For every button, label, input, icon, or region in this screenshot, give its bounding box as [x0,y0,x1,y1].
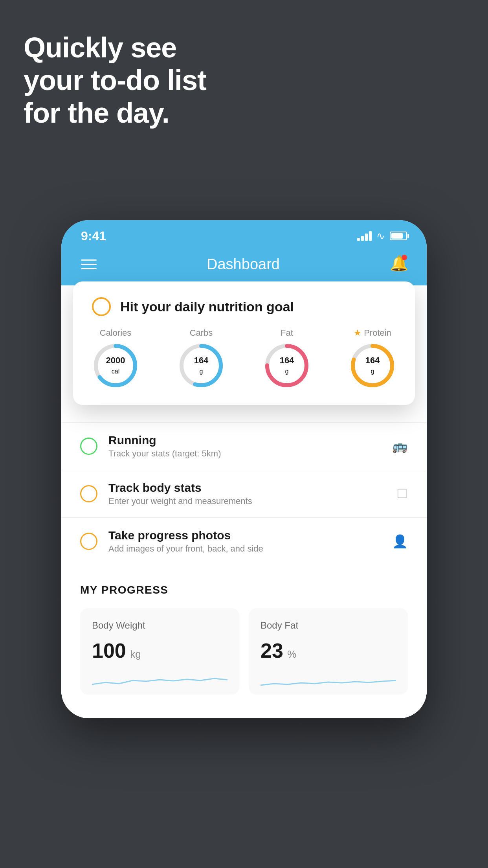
protein-value: 164 g [365,355,380,376]
body-stats-checkbox[interactable] [80,485,97,502]
todo-item-running[interactable]: Running Track your stats (target: 5km) 🚌 [61,422,427,470]
star-icon: ★ [354,328,361,338]
phone-content: THINGS TO DO TODAY Hit your daily nutrit… [61,285,427,718]
body-stats-title: Track body stats [108,481,385,495]
body-weight-value: 100 [92,639,126,662]
body-weight-unit: kg [130,648,141,660]
todo-list: Running Track your stats (target: 5km) 🚌… [61,422,427,565]
body-weight-label: Body Weight [92,620,227,631]
hero-text: Quickly see your to-do list for the day. [24,31,206,129]
calories-label: Calories [100,328,132,338]
photos-title: Take progress photos [108,529,381,542]
body-fat-value: 23 [261,639,283,662]
progress-section: MY PROGRESS Body Weight 100 kg Body [61,565,427,695]
body-weight-sparkline [92,669,227,688]
nutrition-items-row: Calories 2000 cal Carbs [92,328,396,389]
person-icon: 👤 [392,534,408,549]
running-shoe-icon: 🚌 [392,439,408,454]
status-bar: 9:41 ∿ [61,220,427,248]
hero-line1: Quickly see [24,31,206,64]
running-checkbox[interactable] [80,438,97,455]
running-subtitle: Track your stats (target: 5km) [108,449,381,459]
fat-label: Fat [281,328,293,338]
carbs-label: Carbs [190,328,213,338]
hero-line3: for the day. [24,97,206,129]
calories-value: 2000 cal [106,355,125,376]
todo-item-body-stats[interactable]: Track body stats Enter your weight and m… [61,470,427,517]
body-fat-card[interactable]: Body Fat 23 % [249,608,408,695]
body-weight-card[interactable]: Body Weight 100 kg [80,608,239,695]
todo-item-photos[interactable]: Take progress photos Add images of your … [61,517,427,565]
body-fat-unit: % [287,648,296,660]
card-title-row: Hit your daily nutrition goal [92,297,396,316]
nav-title: Dashboard [207,256,280,273]
fat-donut: 164 g [263,342,310,389]
wifi-icon: ∿ [376,230,385,242]
status-icons: ∿ [357,230,407,242]
nutrition-card-title: Hit your daily nutrition goal [120,299,294,314]
running-title: Running [108,434,381,447]
body-stats-subtitle: Enter your weight and measurements [108,496,385,506]
signal-bars-icon [357,231,372,241]
scale-icon: ☐ [396,486,408,501]
nutrition-carbs: Carbs 164 g [178,328,225,389]
nutrition-checkbox[interactable] [92,297,111,316]
hero-line2: your to-do list [24,64,206,97]
photos-text: Take progress photos Add images of your … [108,529,381,554]
body-weight-value-row: 100 kg [92,639,227,662]
body-stats-text: Track body stats Enter your weight and m… [108,481,385,506]
battery-icon [390,232,407,240]
nutrition-card: Hit your daily nutrition goal Calories 2… [73,281,415,405]
photos-subtitle: Add images of your front, back, and side [108,544,381,554]
nutrition-calories: Calories 2000 cal [92,328,139,389]
progress-heading: MY PROGRESS [80,584,408,596]
fat-value: 164 g [280,355,294,376]
photos-checkbox[interactable] [80,533,97,550]
body-fat-label: Body Fat [261,620,396,631]
phone-mockup: 9:41 ∿ Dashboard 🔔 THINGS TO DO TODAY [61,220,427,718]
status-time: 9:41 [81,229,106,243]
progress-cards: Body Weight 100 kg Body Fat 23 [80,608,408,695]
nutrition-fat: Fat 164 g [263,328,310,389]
body-fat-value-row: 23 % [261,639,396,662]
body-fat-sparkline [261,669,396,688]
nav-bar: Dashboard 🔔 [61,248,427,285]
notification-dot [402,255,407,260]
hamburger-menu-button[interactable] [81,259,97,269]
protein-donut: 164 g [349,342,396,389]
notification-bell-button[interactable]: 🔔 [390,255,407,274]
nutrition-protein: ★ Protein 164 g [349,328,396,389]
calories-donut: 2000 cal [92,342,139,389]
protein-label: ★ Protein [354,328,391,338]
carbs-donut: 164 g [178,342,225,389]
carbs-value: 164 g [194,355,209,376]
running-text: Running Track your stats (target: 5km) [108,434,381,459]
